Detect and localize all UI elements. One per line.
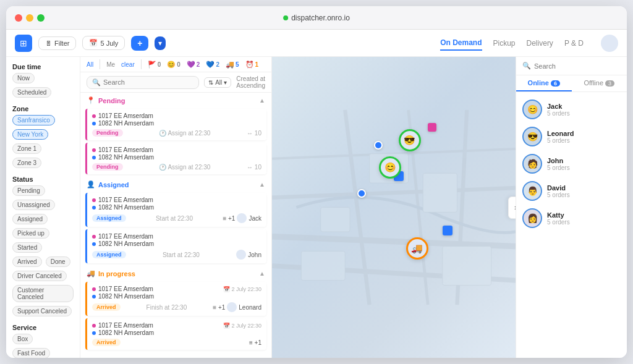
map-square-blue-2[interactable] (443, 226, 452, 235)
due-time-scheduled[interactable]: Scheduled (12, 87, 51, 98)
map-driver-2[interactable]: 😎 (399, 129, 421, 151)
map-square-pink[interactable] (428, 123, 436, 132)
map-pin-1[interactable] (374, 141, 383, 150)
add-chevron-button[interactable]: ▾ (155, 36, 166, 50)
drivers-search-input[interactable] (534, 62, 621, 70)
driver-info-leonard: Leonard 5 orders (547, 130, 621, 144)
svg-rect-8 (321, 208, 350, 232)
assigned-icon: 👤 (87, 180, 95, 188)
chip-blue[interactable]: 💙2 (206, 61, 219, 69)
tab-on-demand[interactable]: On Demand (440, 36, 482, 51)
status-done[interactable]: Done (46, 256, 70, 267)
drivers-panel-toggle[interactable]: › (508, 197, 516, 219)
map-pin-2[interactable] (357, 189, 366, 198)
tab-offline[interactable]: Offline 3 (572, 75, 627, 91)
order-card-pending-1[interactable]: 1017 EE Amserdam 1082 NH Amserdam Pendin… (85, 109, 266, 140)
blue-pin-2 (357, 189, 366, 198)
sort-button[interactable]: ⇅ All ▾ (204, 77, 231, 88)
status-chips-row: All Me clear 🚩0 😊0 💜2 💙2 🚚5 ⏰1 (80, 57, 271, 72)
zone-sanfransico[interactable]: Sanfransico (12, 115, 55, 125)
order-card-inprogress-2[interactable]: 1017 EE Amserdam 📅 2 July 22:30 1082 NH … (85, 318, 266, 350)
order-meta: 🕐 Assign at 22:30 (159, 130, 210, 137)
service-section: Service Box Fast Food (12, 324, 74, 358)
order-card-assigned-2[interactable]: 1017 EE Amserdam 1082 NH Amserdam Assign… (85, 229, 266, 263)
inprogress-icon: 🚚 (87, 269, 95, 277)
driver-item-leonard[interactable]: 😎 Leonard 5 orders (516, 123, 627, 150)
addr-dot (92, 324, 96, 328)
order-card-pending-2[interactable]: 1017 EE Amserdam 1082 NH Amserdam Pendin… (85, 143, 266, 174)
status-section: Status Pending Unassigned Assigned Picke… (12, 176, 74, 316)
driver-item-david[interactable]: 👨 David 5 orders (516, 177, 627, 205)
service-box[interactable]: Box (12, 334, 33, 344)
zone-3[interactable]: Zone 3 (12, 158, 41, 168)
tab-online[interactable]: Online 6 (516, 75, 572, 91)
map-driver-1[interactable]: 😊 (379, 156, 401, 179)
map-roads (272, 57, 516, 358)
status-unassigned[interactable]: Unassigned (12, 200, 55, 210)
chip-me[interactable]: Me (106, 61, 115, 68)
order-card-inprogress-1[interactable]: 1017 EE Amserdam 📅 2 July 22:30 1082 NH … (85, 282, 266, 316)
status-support-canceled[interactable]: Support Canceled (12, 306, 72, 316)
orders-panel: All Me clear 🚩0 😊0 💜2 💙2 🚚5 ⏰1 🔍 (80, 57, 272, 358)
status-driver-canceled[interactable]: Driver Canceled (12, 271, 67, 281)
fullscreen-button[interactable] (37, 14, 45, 22)
chip-truck[interactable]: 🚚5 (226, 61, 239, 69)
order-card-assigned-1[interactable]: 1017 EE Amserdam 1082 NH Amserdam Assign… (85, 193, 266, 227)
pending-label: Pending (98, 97, 125, 104)
chip-flag[interactable]: 🚩0 (148, 61, 161, 69)
driver-orders: 5 orders (547, 219, 621, 226)
drivers-search-icon: 🔍 (522, 62, 531, 70)
driver-avatar-david: 👨 (522, 181, 542, 201)
chip-purple[interactable]: 💜2 (187, 61, 200, 69)
zone-section: Zone Sanfransico New York Zone 1 Zone 3 (12, 105, 74, 168)
due-time-now[interactable]: Now (12, 73, 35, 83)
order-footer: Assigned Start at 22:30 ≡ +1 Jack (92, 213, 261, 223)
order-driver: ≡ +1 Jack (223, 213, 261, 223)
status-pending[interactable]: Pending (12, 185, 45, 196)
tab-p-and-d[interactable]: P & D (564, 36, 584, 50)
tab-delivery[interactable]: Delivery (527, 36, 553, 50)
status-badge: Pending (92, 129, 123, 137)
user-avatar[interactable] (601, 35, 618, 52)
status-assigned[interactable]: Assigned (12, 214, 48, 224)
close-button[interactable] (15, 14, 22, 22)
map-area: 😊 😎 🚚 › (272, 57, 516, 358)
status-badge: Pending (92, 163, 123, 171)
driver-item-katty[interactable]: 👩 Katty 5 orders (516, 205, 627, 232)
logo[interactable]: ⊞ (15, 35, 32, 52)
order-footer: Pending 🕐 Assign at 22:30 ↔ 10 (92, 129, 261, 137)
status-customer-canceled[interactable]: Customer Canceled (12, 285, 74, 302)
chip-clock[interactable]: ⏰1 (245, 61, 259, 69)
minimize-button[interactable] (26, 14, 33, 22)
chip-clear[interactable]: clear (121, 61, 135, 68)
driver-item-john[interactable]: 🧑 John 5 orders (516, 150, 627, 177)
assigned-collapse[interactable]: ▲ (259, 181, 265, 188)
filter-icon: 🎚 (45, 40, 52, 47)
service-fastfood[interactable]: Fast Food (12, 348, 50, 358)
driver-avatar-sm (236, 250, 246, 260)
chip-emoji1[interactable]: 😊0 (167, 61, 181, 69)
orders-search-wrap: 🔍 (87, 76, 199, 89)
inprogress-collapse[interactable]: ▲ (259, 270, 265, 277)
zone-newyork[interactable]: New York (12, 129, 48, 140)
titlebar: dispatcher.onro.io (6, 6, 627, 30)
map-driver-3[interactable]: 🚚 (406, 237, 428, 260)
zone-1[interactable]: Zone 1 (12, 143, 41, 154)
driver-orders: 5 orders (547, 192, 621, 198)
status-arrived[interactable]: Arrived (12, 256, 42, 267)
pending-icon: 📍 (87, 96, 95, 104)
order-meta: Finish at 22:30 (147, 304, 187, 311)
addr-dot2 (92, 206, 96, 210)
status-pickedup[interactable]: Picked up (12, 228, 49, 239)
chip-all[interactable]: All (87, 61, 93, 68)
order-meta: Start at 22:30 (163, 252, 200, 258)
status-started[interactable]: Started (12, 242, 42, 253)
orders-search-input[interactable] (103, 78, 193, 86)
tab-pickup[interactable]: Pickup (493, 36, 516, 50)
date-button[interactable]: 📅 5 July (82, 36, 125, 50)
filter-button[interactable]: 🎚 Filter (38, 36, 76, 50)
driver-item-jack[interactable]: 😊 Jack 5 orders (516, 96, 627, 123)
order-count: ↔ 10 (247, 130, 261, 137)
pending-collapse[interactable]: ▲ (259, 97, 265, 104)
add-button[interactable]: + (131, 36, 148, 51)
